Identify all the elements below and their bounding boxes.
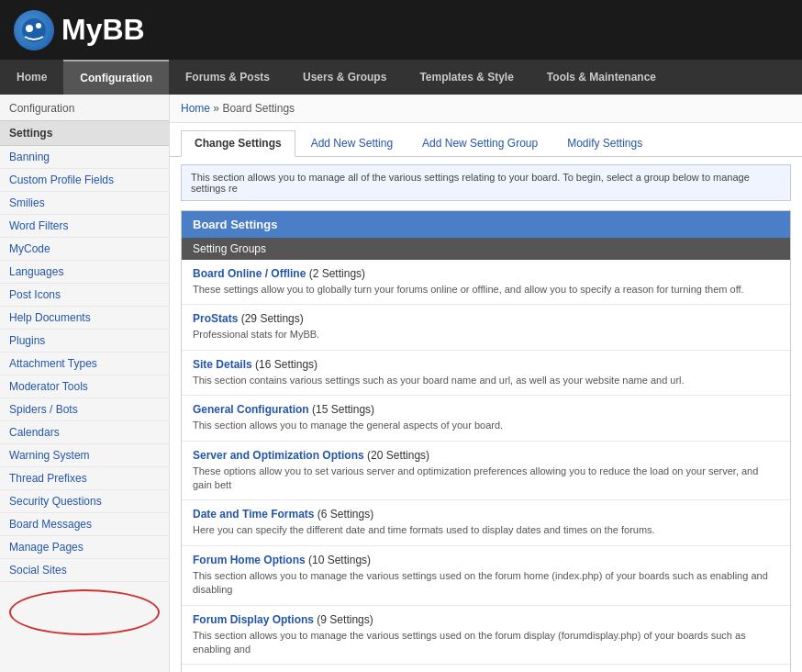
sidebar-item-attachment-types[interactable]: Attachment Types xyxy=(0,353,169,375)
setting-group-title[interactable]: Forum Home Options (10 Settings) xyxy=(193,554,779,566)
panel-subheader: Setting Groups xyxy=(182,238,790,260)
svg-point-2 xyxy=(36,23,41,28)
setting-group-desc: This section contains various settings s… xyxy=(193,374,779,387)
sidebar-item-help-documents[interactable]: Help Documents xyxy=(0,307,169,330)
setting-group-title[interactable]: Server and Optimization Options (20 Sett… xyxy=(193,449,779,462)
setting-group-show-thread: Show Thread Options (14 Settings) This s… xyxy=(182,665,790,672)
setting-group-title[interactable]: Site Details (16 Settings) xyxy=(193,358,779,371)
tab-modify-settings[interactable]: Modify Settings xyxy=(553,130,656,156)
sidebar-item-board-messages[interactable]: Board Messages xyxy=(0,513,169,536)
sidebar-item-moderator-tools[interactable]: Moderator Tools xyxy=(0,375,169,398)
sidebar-item-word-filters[interactable]: Word Filters xyxy=(0,215,169,238)
setting-group-desc: These options allow you to set various s… xyxy=(193,465,779,493)
setting-group-desc: This section allows you to manage the va… xyxy=(193,569,779,598)
tab-change-settings[interactable]: Change Settings xyxy=(181,130,295,157)
logo-icon xyxy=(14,10,54,50)
sidebar-item-manage-pages[interactable]: Manage Pages xyxy=(0,536,169,559)
setting-group-general-config: General Configuration (15 Settings) This… xyxy=(182,396,790,441)
setting-group-forum-display: Forum Display Options (9 Settings) This … xyxy=(182,606,790,666)
sidebar-config-title: Configuration xyxy=(0,95,169,117)
nav-templates-style[interactable]: Templates & Style xyxy=(403,60,529,95)
nav-tools-maintenance[interactable]: Tools & Maintenance xyxy=(530,60,673,95)
sidebar-item-smilies[interactable]: Smilies xyxy=(0,192,169,215)
sidebar-item-spiders-bots[interactable]: Spiders / Bots xyxy=(0,398,169,421)
sidebar-item-post-icons[interactable]: Post Icons xyxy=(0,284,169,307)
content-area: Home » Board Settings Change Settings Ad… xyxy=(170,95,802,672)
setting-group-desc: This section allows you to manage the va… xyxy=(193,629,779,657)
setting-group-server-optimization: Server and Optimization Options (20 Sett… xyxy=(182,442,790,501)
sidebar-item-thread-prefixes[interactable]: Thread Prefixes xyxy=(0,467,169,490)
header: MyBB xyxy=(0,0,802,60)
breadcrumb: Home » Board Settings xyxy=(170,95,802,123)
setting-group-site-details: Site Details (16 Settings) This section … xyxy=(182,351,790,396)
setting-group-title[interactable]: Date and Time Formats (6 Settings) xyxy=(193,508,779,521)
nav-configuration[interactable]: Configuration xyxy=(63,60,169,95)
logo[interactable]: MyBB xyxy=(14,10,145,50)
sidebar-item-banning[interactable]: Banning xyxy=(0,146,169,169)
setting-group-title[interactable]: General Configuration (15 Settings) xyxy=(193,403,779,416)
sidebar-item-calendars[interactable]: Calendars xyxy=(0,421,169,444)
sidebar-item-custom-profile-fields[interactable]: Custom Profile Fields xyxy=(0,169,169,192)
breadcrumb-current: Board Settings xyxy=(222,102,295,115)
panel-header: Board Settings xyxy=(182,211,790,238)
sidebar-item-mycode[interactable]: MyCode xyxy=(0,238,169,261)
setting-group-desc: These settings allow you to globally tur… xyxy=(193,283,779,297)
breadcrumb-separator: » xyxy=(213,102,219,115)
sidebar-item-plugins[interactable]: Plugins xyxy=(0,330,169,353)
sidebar-item-warning-system[interactable]: Warning System xyxy=(0,444,169,467)
setting-group-date-time: Date and Time Formats (6 Settings) Here … xyxy=(182,500,790,545)
sidebar: Configuration Settings Banning Custom Pr… xyxy=(0,95,170,672)
info-text: This section allows you to manage all of… xyxy=(191,172,750,194)
setting-group-forum-home: Forum Home Options (10 Settings) This se… xyxy=(182,546,790,606)
navbar: Home Configuration Forums & Posts Users … xyxy=(0,60,802,95)
board-settings-panel: Board Settings Setting Groups Board Onli… xyxy=(181,210,791,672)
tabs-bar: Change Settings Add New Setting Add New … xyxy=(170,123,802,157)
setting-group-desc: Here you can specify the different date … xyxy=(193,523,779,537)
setting-group-desc: This section allows you to manage the ge… xyxy=(193,419,779,432)
nav-home[interactable]: Home xyxy=(0,60,63,95)
logo-text: MyBB xyxy=(61,13,145,47)
setting-group-title[interactable]: Forum Display Options (9 Settings) xyxy=(193,613,779,626)
tab-add-new-setting[interactable]: Add New Setting xyxy=(297,130,407,156)
svg-point-1 xyxy=(26,25,33,32)
main-layout: Configuration Settings Banning Custom Pr… xyxy=(0,95,802,672)
tab-add-new-setting-group[interactable]: Add New Setting Group xyxy=(408,130,551,156)
setting-group-board-online: Board Online / Offline (2 Settings) Thes… xyxy=(182,260,790,305)
info-box: This section allows you to manage all of… xyxy=(181,164,791,201)
setting-group-prostats: ProStats (29 Settings) Professional stat… xyxy=(182,305,790,350)
sidebar-item-social-sites[interactable]: Social Sites xyxy=(0,559,169,582)
sidebar-settings-title: Settings xyxy=(0,120,169,146)
breadcrumb-home[interactable]: Home xyxy=(181,102,210,115)
nav-users-groups[interactable]: Users & Groups xyxy=(286,60,403,95)
setting-group-title[interactable]: ProStats (29 Settings) xyxy=(193,312,779,325)
setting-group-title[interactable]: Board Online / Offline (2 Settings) xyxy=(193,267,779,280)
sidebar-item-languages[interactable]: Languages xyxy=(0,261,169,284)
nav-forums-posts[interactable]: Forums & Posts xyxy=(169,60,286,95)
sidebar-item-security-questions[interactable]: Security Questions xyxy=(0,490,169,513)
oval-highlight xyxy=(9,589,160,635)
setting-group-desc: Professional stats for MyBB. xyxy=(193,328,779,342)
